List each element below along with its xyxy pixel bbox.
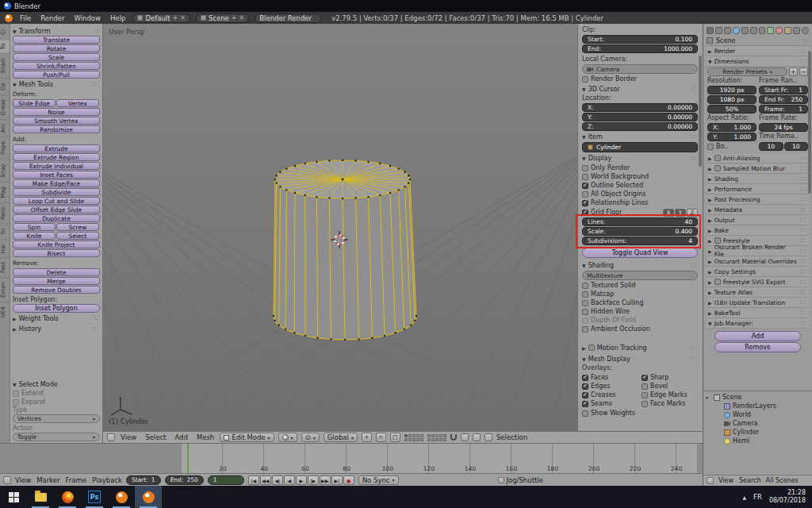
render-opengl-anim-icon[interactable] xyxy=(485,433,492,441)
mesh-tool-item[interactable]: Inset Faces xyxy=(13,171,100,179)
taskbar-photoshop[interactable]: Ps xyxy=(81,486,108,508)
toolshelf-tab[interactable]: Pape xyxy=(0,137,10,159)
mesh-tool-item[interactable]: Make Edge/Face xyxy=(13,179,100,187)
checkbox[interactable] xyxy=(588,344,595,351)
checkbox[interactable] xyxy=(582,300,588,306)
panel-checkbox[interactable] xyxy=(714,279,721,285)
current-frame-field[interactable]: 1 xyxy=(208,475,244,485)
checkbox[interactable] xyxy=(642,401,648,407)
checkbox[interactable] xyxy=(642,375,648,381)
taskbar-blender-1[interactable] xyxy=(108,486,135,508)
collapsed-panel-header[interactable]: ▶ History xyxy=(13,324,100,333)
toolshelf-tab[interactable]: Cr xyxy=(0,24,10,39)
render-opengl-icon[interactable] xyxy=(473,433,481,441)
mesh-tool-item[interactable]: Extrude Region xyxy=(13,153,100,161)
playback-button[interactable]: ◀| xyxy=(272,475,283,485)
playback-button[interactable]: ▶▶ xyxy=(320,475,331,485)
toolshelf-tab[interactable]: Har xyxy=(0,239,10,257)
properties-scrollbar[interactable] xyxy=(808,51,811,194)
mesh-tool-item[interactable]: Offset Edge Slide xyxy=(13,206,100,214)
panel-checkbox[interactable] xyxy=(714,165,721,171)
toggle-quad-view-button[interactable]: Toggle Quad View xyxy=(582,248,698,258)
scale-manipulator-button[interactable]: □ xyxy=(390,433,400,442)
resolution-x-field[interactable]: 1920 px xyxy=(707,86,756,94)
display-option-checkbox[interactable]: Relationship Lines xyxy=(582,198,698,207)
render-presets-dropdown[interactable]: Render Presets ▾ xyxy=(707,67,787,76)
toolshelf-tab[interactable]: Exten xyxy=(0,277,10,302)
properties-panel-header[interactable]: ▶ Anti-Aliasing xyxy=(707,153,809,164)
taskbar-file-explorer[interactable] xyxy=(27,486,54,508)
checkbox[interactable] xyxy=(13,399,19,406)
panel-checkbox[interactable] xyxy=(714,155,721,161)
outliner-row[interactable]: Cylinder xyxy=(706,428,810,437)
panel-grip-icon[interactable] xyxy=(690,156,698,160)
show-weights-checkbox[interactable]: Show Weights xyxy=(582,409,698,418)
grid-axis-toggle[interactable]: X xyxy=(663,209,674,217)
tool-button[interactable]: Push/Pull xyxy=(13,71,100,79)
editor-type-icon[interactable] xyxy=(3,476,11,484)
layers-widget-2[interactable] xyxy=(427,434,446,441)
scene-selector[interactable]: Scene + × xyxy=(196,13,249,23)
outliner-row[interactable]: Hemi xyxy=(706,437,810,445)
outliner-menu-item[interactable]: View xyxy=(718,477,733,484)
toolshelf-tab[interactable]: To xyxy=(0,39,10,53)
outliner-display-mode[interactable]: All Scenes xyxy=(765,477,798,484)
toolshelf-tab[interactable]: Fast xyxy=(0,257,10,277)
clip-end-field[interactable]: End: 1000.000 xyxy=(582,44,698,53)
grid-subdivisions-field[interactable]: Subdivisions: 4 xyxy=(582,237,698,245)
properties-panel-header[interactable]: ▶ Shading xyxy=(707,174,809,184)
tool-button[interactable]: Rotate xyxy=(13,44,100,52)
jog-shuttle-toggle[interactable]: Jog/Shuttle xyxy=(498,476,543,484)
properties-tab-icon[interactable] xyxy=(715,27,722,34)
overlay-checkbox[interactable]: Bevel xyxy=(642,382,698,391)
fps-dropdown[interactable]: 24 fps xyxy=(759,123,808,132)
panel-grip-icon[interactable] xyxy=(690,263,698,267)
viewport-menu-item[interactable]: Select xyxy=(144,433,167,441)
display-option-checkbox[interactable]: Only Render xyxy=(582,164,698,172)
playback-button[interactable]: |◀ xyxy=(248,475,259,485)
checkbox[interactable] xyxy=(582,318,588,324)
viewport-3d[interactable]: User Persp (1) Cylinder xyxy=(103,24,577,431)
grid-floor-checkbox[interactable]: Grid Floor xyxy=(582,208,661,217)
properties-panel-header[interactable]: ▶ Metadata xyxy=(707,205,809,215)
playback-button[interactable]: ● xyxy=(343,475,354,485)
overlay-checkbox[interactable]: Creases xyxy=(582,391,638,399)
render-panel-header[interactable]: ▶ Render xyxy=(707,46,809,56)
toolshelf-tab[interactable]: Reto xyxy=(0,202,10,224)
location-axis-field[interactable]: Y: 0.00000 xyxy=(582,113,698,121)
scene-add-button[interactable]: + xyxy=(232,14,237,21)
blender-logo-icon[interactable] xyxy=(5,14,13,22)
mesh-tool-item[interactable]: Screw xyxy=(56,223,99,231)
shading-panel-header[interactable]: ▼ Shading xyxy=(582,260,698,270)
playback-button[interactable]: ◀ xyxy=(284,475,295,485)
start-button[interactable] xyxy=(0,486,27,508)
properties-tab-icon[interactable] xyxy=(733,27,740,34)
checkbox[interactable] xyxy=(582,174,588,180)
mesh-tools-panel-header[interactable]: ▼ Mesh Tools xyxy=(13,79,100,89)
sync-dropdown[interactable]: No Sync ▾ xyxy=(358,475,399,485)
properties-tab-icon[interactable] xyxy=(776,27,783,34)
mesh-tool-item[interactable]: Remove: xyxy=(13,260,100,267)
menubar-menu-item[interactable]: Help xyxy=(109,14,127,22)
checkbox[interactable] xyxy=(582,165,588,171)
aspect-x-field[interactable]: X: 1.000 xyxy=(707,123,756,132)
display-option-checkbox[interactable]: World Background xyxy=(582,172,698,181)
mesh-tool-item[interactable]: Delete xyxy=(13,268,100,276)
mesh-tool-item[interactable]: Randomize xyxy=(13,125,100,133)
checkbox[interactable] xyxy=(582,210,588,216)
language-indicator[interactable]: FR xyxy=(753,493,762,501)
frame-end-field[interactable]: End: 250 xyxy=(165,475,204,485)
grid-lines-field[interactable]: Lines: 40 xyxy=(582,217,698,226)
properties-tab-icon[interactable] xyxy=(793,27,800,34)
tray-expand-icon[interactable]: ▲ xyxy=(742,495,746,500)
panel-grip-icon[interactable] xyxy=(92,82,100,87)
item-panel-header[interactable]: ▼ Item xyxy=(582,132,698,141)
checkbox[interactable] xyxy=(582,183,588,189)
select-mode-option[interactable]: Expand xyxy=(13,398,100,406)
checkbox[interactable] xyxy=(582,375,588,381)
npanel-scrollbar[interactable] xyxy=(699,56,702,167)
mesh-tool-item[interactable]: Extrude Individual xyxy=(13,162,100,170)
timeline-menu-item[interactable]: Frame xyxy=(66,476,86,484)
action-dropdown[interactable]: Toggle ▾ xyxy=(13,433,100,441)
properties-panel-header[interactable]: ▶ Texture Atlas xyxy=(707,287,809,298)
